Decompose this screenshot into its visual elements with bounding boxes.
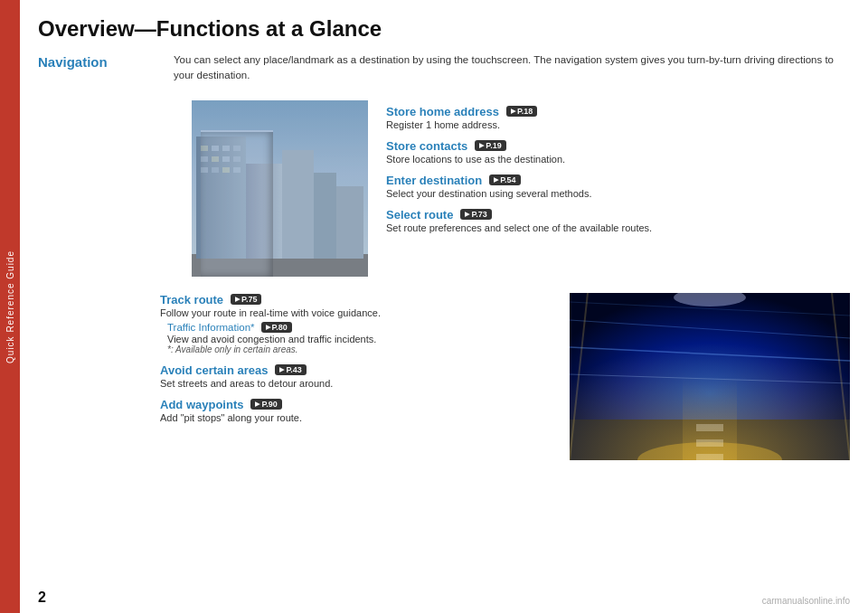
sub-feature-traffic-ref: P.80 [261,322,292,333]
svg-rect-30 [570,293,850,460]
sidebar-label: Quick Reference Guide [5,250,15,363]
nav-section: Navigation You can select any place/land… [38,52,850,84]
feature-add-waypoints-title: Add waypoints P.90 [160,398,552,411]
top-content: Store home address P.18 Register 1 home … [38,100,850,277]
page-title: Overview—Functions at a Glance [38,16,850,42]
main-content: Overview—Functions at a Glance Navigatio… [20,0,868,613]
feature-select-route: Select route P.73 Set route preferences … [386,208,850,233]
feature-enter-destination-desc: Select your destination using several me… [386,188,850,199]
feature-add-waypoints-ref: P.90 [250,399,281,410]
svg-rect-18 [233,167,241,173]
sub-feature-traffic: Traffic Information* P.80 View and avoid… [160,322,552,354]
svg-rect-8 [212,146,219,151]
sidebar: Quick Reference Guide [0,0,20,613]
feature-select-route-ref: P.73 [460,209,491,220]
navigation-description: You can select any place/landmark as a d… [174,52,850,84]
navigation-label: Navigation [38,52,174,84]
feature-add-waypoints-desc: Add "pit stops" along your route. [160,412,552,423]
feature-avoid-areas: Avoid certain areas P.43 Set streets and… [160,363,552,389]
feature-select-route-title: Select route P.73 [386,208,850,222]
svg-rect-33 [696,454,723,460]
sub-feature-traffic-desc: View and avoid congestion and traffic in… [167,334,552,344]
features-list: Store home address P.18 Register 1 home … [386,100,850,277]
page-number: 2 [38,589,46,606]
feature-store-contacts-desc: Store locations to use as the destinatio… [386,154,850,165]
feature-avoid-areas-ref: P.43 [275,364,306,375]
svg-rect-14 [233,156,241,162]
feature-enter-destination: Enter destination P.54 Select your desti… [386,174,850,199]
svg-rect-12 [212,156,219,162]
feature-store-home-ref: P.18 [506,106,537,117]
feature-store-contacts: Store contacts P.19 Store locations to u… [386,139,850,165]
feature-store-contacts-ref: P.19 [475,140,505,151]
svg-rect-7 [201,146,208,151]
feature-track-route-desc: Follow your route in real-time with voic… [160,307,552,318]
tunnel-svg [570,293,850,460]
svg-rect-2 [196,137,246,259]
building-image [192,100,368,277]
svg-rect-9 [222,146,230,151]
spacer [38,100,174,277]
feature-store-home-desc: Register 1 home address. [386,119,850,130]
feature-store-home-title: Store home address P.18 [386,105,850,118]
svg-rect-32 [696,439,723,447]
building-svg [192,100,368,277]
road-tunnel-image [570,293,850,460]
feature-avoid-areas-desc: Set streets and areas to detour around. [160,378,552,389]
svg-rect-10 [233,146,241,151]
svg-rect-31 [696,424,723,431]
svg-rect-19 [192,100,368,277]
feature-store-home: Store home address P.18 Register 1 home … [386,105,850,130]
feature-enter-destination-ref: P.54 [489,174,520,185]
feature-avoid-areas-title: Avoid certain areas P.43 [160,363,552,377]
bottom-section: Track route P.75 Follow your route in re… [38,293,850,460]
watermark: carmanualsonline.info [762,596,850,606]
feature-add-waypoints: Add waypoints P.90 Add "pit stops" along… [160,398,552,423]
bottom-left: Track route P.75 Follow your route in re… [38,293,552,460]
feature-select-route-desc: Set route preferences and select one of … [386,222,850,233]
svg-point-26 [674,293,746,306]
sub-feature-traffic-title: Traffic Information* P.80 [167,322,552,333]
feature-track-route: Track route P.75 Follow your route in re… [160,293,552,354]
feature-enter-destination-title: Enter destination P.54 [386,174,850,187]
feature-store-contacts-title: Store contacts P.19 [386,139,850,153]
svg-rect-16 [212,167,219,173]
svg-rect-17 [222,167,230,173]
feature-track-route-ref: P.75 [231,294,261,305]
feature-track-route-title: Track route P.75 [160,293,552,306]
svg-rect-13 [222,156,230,162]
svg-rect-11 [201,156,208,162]
sub-feature-traffic-note: *: Available only in certain areas. [167,344,552,354]
svg-rect-15 [201,167,208,173]
